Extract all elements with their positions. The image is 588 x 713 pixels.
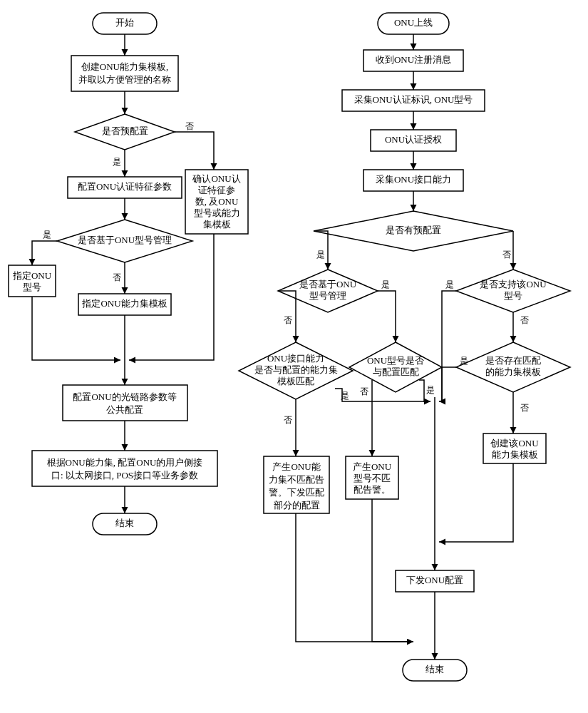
right-p7b: 能力集模板	[492, 449, 538, 460]
flowchart-diagram: 开始 创建ONU能力集模板, 并取以方便管理的名称 是否预配置 否 是 配置ON…	[0, 0, 588, 713]
svg-rect-15	[63, 385, 187, 421]
right-p7a: 创建该ONU	[490, 438, 539, 448]
right-d6b: 的能力集模板	[485, 366, 541, 377]
right-p5b: 力集不匹配告	[269, 474, 324, 485]
lbl-yes: 是	[381, 279, 390, 289]
left-d2: 是否基于ONU型号管理	[78, 235, 172, 245]
right-p6c: 配告警。	[354, 484, 391, 495]
right-p1: 收到ONU注册消息	[376, 54, 451, 65]
left-p5a: 配置ONU的光链路参数等	[73, 391, 176, 402]
left-p2: 配置ONU认证特征参数	[78, 181, 172, 192]
right-d3a: 是否支持该ONU	[480, 279, 547, 289]
right-start: ONU上线	[394, 17, 433, 28]
lbl-no: 否	[284, 415, 292, 425]
right-d2a: 是否基于ONU	[299, 279, 357, 289]
lbl-no: 否	[502, 250, 511, 260]
left-d1: 是否预配置	[102, 125, 148, 136]
lbl-yes: 是	[113, 157, 121, 167]
right-p8: 下发ONU配置	[406, 575, 463, 585]
lbl-yes: 是	[426, 385, 435, 395]
right-p5a: 产生ONU能	[272, 461, 320, 472]
left-p3a: 指定ONU	[12, 270, 52, 281]
lbl-no: 否	[185, 121, 194, 131]
lbl-yes: 是	[43, 230, 51, 240]
lbl-yes: 是	[445, 279, 454, 289]
right-d4a: ONU接口能力	[267, 353, 324, 364]
lbl-no: 否	[520, 403, 529, 413]
left-p2alt-d: 型号或能力	[194, 207, 240, 218]
right-p3: ONU认证授权	[385, 134, 442, 145]
left-p3b: 型号	[23, 282, 41, 292]
left-p6b: 口: 以太网接口, POS接口等业务参数	[51, 470, 198, 481]
right-d4c: 模板匹配	[277, 376, 314, 386]
right-p2: 采集ONU认证标识, ONU型号	[354, 94, 473, 105]
left-p5b: 公共配置	[106, 404, 143, 415]
lbl-no: 否	[360, 386, 368, 396]
right-d5b: 与配置匹配	[373, 366, 419, 377]
right-d4b: 是否与配置的能力集	[254, 364, 338, 375]
svg-rect-17	[32, 451, 217, 486]
lbl-no: 否	[113, 272, 121, 282]
lbl-yes: 是	[460, 356, 468, 366]
lbl-no: 否	[284, 315, 292, 325]
right-p4: 采集ONU接口能力	[376, 174, 451, 185]
right-d5a: ONU型号是否	[367, 355, 424, 366]
right-p5d: 部分的配置	[274, 500, 320, 511]
left-end: 结束	[115, 518, 134, 528]
right-d2b: 型号管理	[309, 290, 346, 301]
left-p1b: 并取以方便管理的名称	[78, 74, 171, 85]
right-p6a: 产生ONU	[353, 461, 392, 472]
left-p2alt-c: 数, 及ONU	[195, 196, 239, 207]
left-p2alt-b: 证特征参	[198, 185, 235, 195]
left-p2alt-e: 集模板	[203, 219, 231, 230]
lbl-no: 否	[520, 315, 529, 325]
left-p2alt-a: 确认ONU认	[192, 173, 240, 184]
right-d1: 是否有预配置	[386, 225, 441, 235]
right-d3b: 型号	[504, 290, 522, 301]
right-p5c: 警。下发匹配	[269, 487, 324, 498]
right-p6b: 型号不匹	[354, 473, 391, 483]
left-p4: 指定ONU能力集模板	[81, 298, 167, 309]
right-d6a: 是否存在匹配	[485, 355, 541, 366]
right-end: 结束	[425, 664, 444, 674]
lbl-yes: 是	[316, 250, 325, 260]
left-p6a: 根据ONU能力集, 配置ONU的用户侧接	[47, 457, 203, 468]
left-start: 开始	[115, 17, 134, 28]
left-p1a: 创建ONU能力集模板,	[81, 61, 168, 72]
